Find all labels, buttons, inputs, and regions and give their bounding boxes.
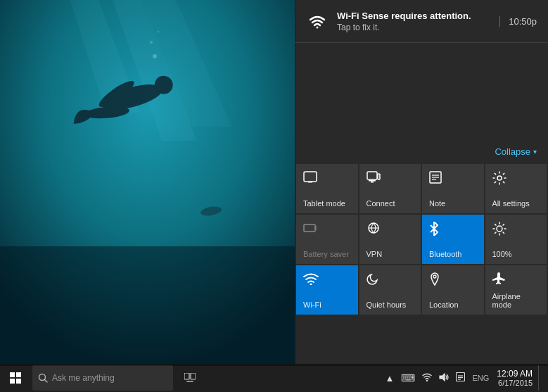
tile-connect-label: Connect xyxy=(367,199,395,208)
quiet-hours-icon xyxy=(367,272,379,289)
search-button[interactable]: Ask me anything xyxy=(32,365,173,391)
svg-point-8 xyxy=(153,54,157,58)
notification-subtitle: Tap to fix it. xyxy=(337,23,491,32)
middle-area: Collapse ▾ xyxy=(295,43,548,163)
tile-brightness-label: 100% xyxy=(492,250,512,258)
tile-wifi-label: Wi-Fi xyxy=(303,301,321,309)
wifi-notification-icon xyxy=(306,10,329,32)
tile-vpn-label: VPN xyxy=(367,250,383,258)
tile-vpn[interactable]: VPN xyxy=(359,215,421,264)
tile-all-settings[interactable]: All settings xyxy=(485,164,547,213)
show-desktop-button[interactable] xyxy=(538,365,542,391)
svg-rect-47 xyxy=(191,373,196,379)
svg-point-13 xyxy=(317,27,319,29)
action-center-panel: Wi-Fi Sense requires attention. Tap to f… xyxy=(295,0,548,366)
tile-bluetooth[interactable]: Bluetooth xyxy=(422,215,484,264)
language-icon[interactable]: ENG xyxy=(470,372,491,384)
notification-content: Wi-Fi Sense requires attention. Tap to f… xyxy=(337,11,491,32)
brightness-icon xyxy=(492,222,506,239)
tile-quiet-hours-label: Quiet hours xyxy=(367,301,407,309)
tile-airplane-mode[interactable]: Airplane mode xyxy=(485,265,547,315)
taskbar: Ask me anything ▲ ⌨ xyxy=(0,364,548,392)
svg-point-10 xyxy=(158,31,160,33)
svg-rect-17 xyxy=(369,180,376,182)
svg-line-35 xyxy=(503,232,504,234)
tile-note[interactable]: Note xyxy=(422,164,484,213)
svg-rect-25 xyxy=(304,225,315,232)
tile-all-settings-label: All settings xyxy=(492,199,530,208)
wifi-icon xyxy=(303,272,319,289)
start-button[interactable] xyxy=(3,365,28,391)
svg-marker-50 xyxy=(440,374,445,381)
clock[interactable]: 12:09 AM 6/17/2015 xyxy=(497,369,533,387)
svg-point-38 xyxy=(310,284,312,286)
svg-rect-14 xyxy=(304,172,317,182)
vpn-icon xyxy=(367,222,381,238)
task-view-button[interactable] xyxy=(177,365,203,391)
notification-title: Wi-Fi Sense requires attention. xyxy=(337,11,491,21)
network-icon[interactable] xyxy=(420,372,434,385)
bluetooth-icon xyxy=(429,222,439,239)
taskbar-left: Ask me anything xyxy=(0,362,203,392)
svg-rect-41 xyxy=(16,372,21,377)
svg-rect-48 xyxy=(186,381,193,382)
tile-brightness[interactable]: 100% xyxy=(485,215,547,264)
chevron-down-icon: ▾ xyxy=(533,148,537,156)
svg-point-49 xyxy=(426,379,428,381)
svg-rect-19 xyxy=(378,174,380,179)
collapse-label: Collapse xyxy=(495,146,530,157)
tile-location[interactable]: Location xyxy=(422,265,484,315)
svg-line-37 xyxy=(495,232,496,234)
svg-line-36 xyxy=(503,225,504,226)
svg-point-29 xyxy=(497,226,502,232)
tile-battery-saver-label: Battery saver xyxy=(303,250,349,258)
tile-airplane-mode-label: Airplane mode xyxy=(492,292,540,309)
collapse-button[interactable]: Collapse ▾ xyxy=(495,146,537,157)
keyboard-icon[interactable]: ⌨ xyxy=(399,371,417,385)
svg-point-39 xyxy=(433,275,436,278)
location-icon xyxy=(429,272,440,290)
notification-time: 10:50p xyxy=(499,16,537,27)
quick-actions-grid: Tablet mode Connect xyxy=(295,163,548,316)
wifi-notification[interactable]: Wi-Fi Sense requires attention. Tap to f… xyxy=(295,0,548,43)
tile-battery-saver[interactable]: Battery saver xyxy=(296,215,358,264)
connect-icon xyxy=(367,171,381,187)
tile-wifi[interactable]: Wi-Fi xyxy=(296,265,358,315)
svg-rect-26 xyxy=(315,226,317,230)
airplane-mode-icon xyxy=(492,272,506,289)
tile-quiet-hours[interactable]: Quiet hours xyxy=(359,265,421,315)
taskbar-right: ▲ ⌨ xyxy=(383,365,548,391)
svg-rect-51 xyxy=(457,373,465,381)
svg-rect-16 xyxy=(367,172,377,179)
tile-tablet-mode[interactable]: Tablet mode xyxy=(296,164,358,213)
desktop-wallpaper xyxy=(0,0,295,366)
action-center-icon[interactable] xyxy=(454,371,467,385)
svg-point-9 xyxy=(150,41,153,44)
svg-rect-18 xyxy=(371,182,374,183)
svg-rect-46 xyxy=(184,373,189,379)
svg-rect-40 xyxy=(10,372,15,377)
volume-icon[interactable] xyxy=(437,372,451,385)
system-tray: ▲ ⌨ xyxy=(383,371,492,385)
tile-bluetooth-label: Bluetooth xyxy=(429,250,461,258)
svg-line-34 xyxy=(495,225,496,226)
svg-point-24 xyxy=(497,176,502,180)
svg-rect-11 xyxy=(0,246,295,366)
clock-time: 12:09 AM xyxy=(497,369,533,379)
show-hidden-icons[interactable]: ▲ xyxy=(383,372,397,385)
clock-date: 6/17/2015 xyxy=(497,379,533,387)
tile-location-label: Location xyxy=(429,301,459,309)
battery-saver-icon xyxy=(303,222,317,236)
note-icon xyxy=(429,171,442,187)
svg-rect-42 xyxy=(10,379,15,384)
tile-note-label: Note xyxy=(429,199,445,208)
tile-connect[interactable]: Connect xyxy=(359,164,421,213)
tile-tablet-mode-label: Tablet mode xyxy=(303,199,345,208)
svg-rect-15 xyxy=(308,182,312,183)
tablet-mode-icon xyxy=(303,171,317,187)
svg-line-45 xyxy=(45,380,48,383)
svg-rect-43 xyxy=(16,379,21,384)
all-settings-icon xyxy=(492,171,506,189)
